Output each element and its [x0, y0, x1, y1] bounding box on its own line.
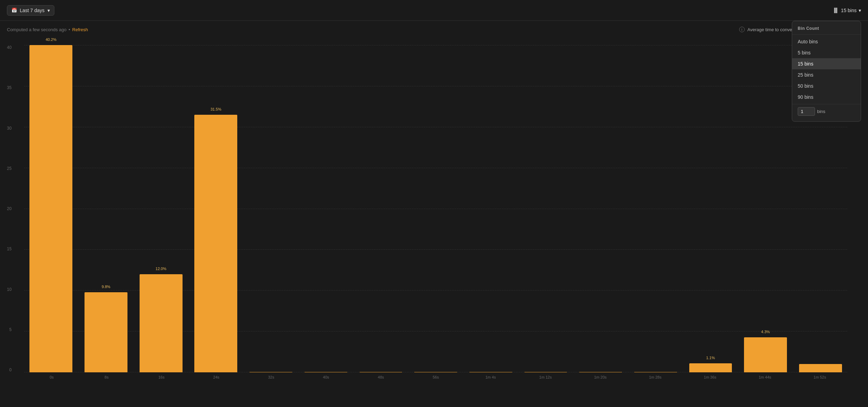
x-label-1: 8s — [79, 375, 134, 379]
chevron-down-icon: ▾ — [47, 8, 50, 13]
x-label-11: 1m 28s — [628, 375, 682, 379]
y-axis: 0 5 10 15 20 25 30 35 40 — [7, 45, 14, 372]
x-label-12: 1m 36s — [683, 375, 737, 379]
y-label-20: 20 — [7, 206, 14, 211]
bar-label-13: 4.3% — [761, 330, 770, 334]
bin-option-5-label: 5 bins — [798, 50, 811, 55]
bar-group-9 — [519, 45, 573, 372]
bar-13: 4.3% — [744, 337, 787, 372]
bar-group-4 — [244, 45, 298, 372]
custom-bin-input[interactable] — [798, 107, 815, 116]
info-icon: i — [739, 27, 745, 32]
x-label-4: 32s — [244, 375, 299, 379]
y-label-35: 35 — [7, 85, 14, 90]
bar-label-1: 9.8% — [101, 285, 110, 289]
bar-0: 40.2% — [29, 45, 72, 372]
x-label-8: 1m 4s — [463, 375, 518, 379]
dropdown-title: Bin Count — [792, 24, 861, 35]
bar-label-0: 40.2% — [46, 37, 56, 42]
x-label-14: 1m 52s — [792, 375, 847, 379]
x-label-3: 24s — [189, 375, 243, 379]
bin-option-90[interactable]: 90 bins — [792, 92, 861, 103]
bin-option-5[interactable]: 5 bins — [792, 47, 861, 58]
bar-2: 12.0% — [140, 274, 183, 372]
x-label-13: 1m 44s — [737, 375, 792, 379]
bin-option-25-label: 25 bins — [798, 72, 813, 78]
x-label-2: 16s — [134, 375, 189, 379]
sub-bar: Computed a few seconds ago • Refresh i A… — [0, 21, 868, 38]
x-label-7: 56s — [408, 375, 463, 379]
x-label-6: 48s — [353, 375, 408, 379]
bar-group-5 — [299, 45, 353, 372]
bar-group-6 — [354, 45, 408, 372]
chart-area: 0 5 10 15 20 25 30 35 40 40.2%9.8%12.0%3… — [0, 38, 868, 407]
x-label-5: 40s — [299, 375, 353, 379]
bar-1: 9.8% — [85, 292, 127, 372]
y-label-40: 40 — [7, 45, 14, 50]
x-label-10: 1m 20s — [573, 375, 628, 379]
bar-group-1: 9.8% — [79, 45, 133, 372]
bin-option-90-label: 90 bins — [798, 94, 813, 100]
bar-label-3: 31.5% — [211, 107, 221, 111]
bar-label-2: 12.0% — [156, 267, 166, 271]
top-bar: 📅 Last 7 days ▾ ▐▌ 15 bins ▾ — [0, 0, 868, 21]
y-label-0: 0 — [7, 367, 14, 372]
bar-group-13: 4.3% — [739, 45, 792, 372]
bar-chart-icon: ▐▌ — [832, 8, 839, 13]
y-label-10: 10 — [7, 287, 14, 292]
bar-3: 31.5% — [194, 115, 237, 372]
bar-group-12: 1.1% — [684, 45, 737, 372]
bin-option-50-label: 50 bins — [798, 83, 813, 89]
bin-option-auto[interactable]: Auto bins — [792, 36, 861, 47]
x-axis: 0s8s16s24s32s40s48s56s1m 4s1m 12s1m 20s1… — [24, 372, 847, 386]
bin-option-auto-label: Auto bins — [798, 39, 818, 44]
bar-group-7 — [409, 45, 463, 372]
bar-group-0: 40.2% — [24, 45, 78, 372]
y-label-5: 5 — [7, 327, 14, 332]
bin-option-15[interactable]: 15 bins — [792, 58, 861, 69]
custom-bin-suffix: bins — [817, 109, 825, 114]
bars-container: 40.2%9.8%12.0%31.5%1.1%4.3% — [24, 45, 847, 372]
bin-option-15-label: 15 bins — [798, 61, 813, 67]
date-range-label: Last 7 days — [20, 8, 45, 13]
bar-group-11 — [629, 45, 682, 372]
bar-group-8 — [464, 45, 517, 372]
refresh-button[interactable]: Refresh — [72, 27, 88, 32]
bins-label: 15 bins — [841, 8, 857, 13]
computed-text: Computed a few seconds ago — [7, 27, 67, 32]
bar-group-3: 31.5% — [189, 45, 243, 372]
bar-group-2: 12.0% — [134, 45, 188, 372]
date-range-picker[interactable]: 📅 Last 7 days ▾ — [7, 5, 54, 16]
calendar-icon: 📅 — [11, 8, 17, 13]
custom-bin-row: bins — [792, 104, 861, 119]
bin-count-dropdown: Bin Count Auto bins 5 bins 15 bins 25 bi… — [792, 21, 861, 122]
bin-option-50[interactable]: 50 bins — [792, 80, 861, 92]
bar-group-10 — [574, 45, 628, 372]
bar-label-12: 1.1% — [706, 356, 715, 360]
bin-option-25[interactable]: 25 bins — [792, 69, 861, 80]
y-label-25: 25 — [7, 166, 14, 171]
chevron-down-icon-bins: ▾ — [859, 8, 861, 13]
bar-14 — [799, 364, 842, 372]
y-label-15: 15 — [7, 246, 14, 251]
bar-12: 1.1% — [689, 363, 732, 372]
x-label-9: 1m 12s — [518, 375, 573, 379]
chart-grid: 0 5 10 15 20 25 30 35 40 40.2%9.8%12.0%3… — [24, 45, 847, 386]
x-label-0: 0s — [24, 375, 79, 379]
bins-selector[interactable]: ▐▌ 15 bins ▾ — [832, 8, 861, 13]
y-label-30: 30 — [7, 126, 14, 131]
